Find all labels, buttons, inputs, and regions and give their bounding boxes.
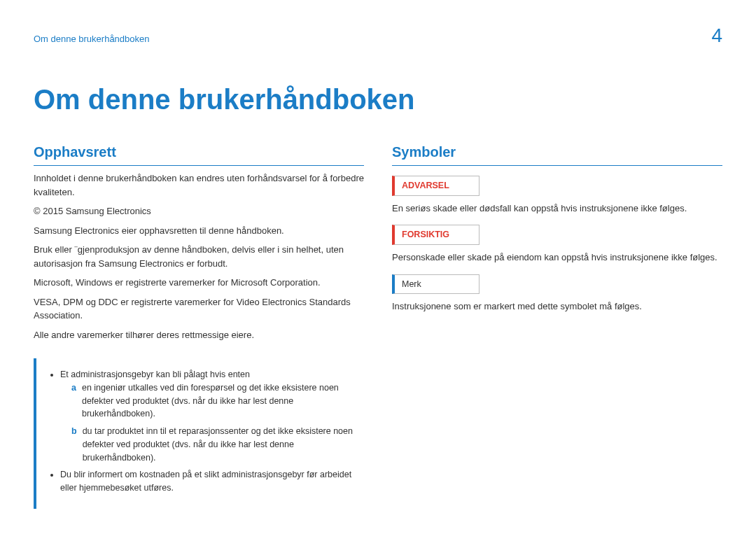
notice-list: Et administrasjonsgebyr kan bli pålagt h… bbox=[49, 368, 353, 495]
list-item: Du blir informert om kostnaden på et sli… bbox=[60, 468, 353, 495]
sublist-key: a bbox=[71, 381, 76, 421]
paragraph: Alle andre varemerker tilhører deres ret… bbox=[34, 328, 364, 342]
breadcrumb: Om denne brukerhåndboken bbox=[34, 32, 150, 46]
paragraph: Innholdet i denne brukerhåndboken kan en… bbox=[34, 171, 364, 199]
symbol-block-note: Merk Instruksjonene som er markert med d… bbox=[392, 267, 722, 314]
list-item: Et administrasjonsgebyr kan bli pålagt h… bbox=[60, 368, 353, 464]
copyright-body: Innholdet i denne brukerhåndboken kan en… bbox=[34, 171, 364, 342]
page-number: 4 bbox=[711, 21, 722, 50]
symbol-label-note: Merk bbox=[392, 274, 479, 295]
symbol-block-caution: FORSIKTIG Personskade eller skade på eie… bbox=[392, 218, 722, 264]
symbol-desc: En seriøs skade eller dødsfall kan oppst… bbox=[392, 202, 722, 216]
paragraph: Bruk eller ¨gjenproduksjon av denne hånd… bbox=[34, 243, 364, 270]
right-column: Symboler ADVARSEL En seriøs skade eller … bbox=[392, 141, 722, 509]
section-heading-copyright: Opphavsrett bbox=[34, 141, 364, 166]
chapter-title: Om denne brukerhåndboken bbox=[34, 78, 722, 120]
page: Om denne brukerhåndboken 4 Om denne bruk… bbox=[0, 0, 756, 534]
list-item: b du tar produktet inn til et reparasjon… bbox=[71, 425, 353, 464]
symbol-label-warning: ADVARSEL bbox=[392, 176, 479, 196]
paragraph: © 2015 Samsung Electronics bbox=[34, 204, 364, 218]
sublist-text: en ingeniør utkalles ved din forespørsel… bbox=[82, 381, 353, 421]
left-column: Opphavsrett Innholdet i denne brukerhånd… bbox=[34, 141, 364, 509]
paragraph: VESA, DPM og DDC er registrerte varemerk… bbox=[34, 295, 364, 323]
symbol-desc: Personskade eller skade på eiendom kan o… bbox=[392, 251, 722, 265]
sublist-text: du tar produktet inn til et reparasjonss… bbox=[83, 425, 353, 464]
list-item: a en ingeniør utkalles ved din forespørs… bbox=[71, 381, 353, 421]
sublist-key: b bbox=[71, 425, 77, 464]
symbol-block-warning: ADVARSEL En seriøs skade eller dødsfall … bbox=[392, 169, 722, 215]
paragraph: Samsung Electronics eier opphavsretten t… bbox=[34, 224, 364, 238]
notice-sublist: a en ingeniør utkalles ved din forespørs… bbox=[60, 381, 353, 465]
list-item-text: Et administrasjonsgebyr kan bli pålagt h… bbox=[60, 370, 250, 379]
paragraph: Microsoft, Windows er registrerte vareme… bbox=[34, 276, 364, 290]
page-header: Om denne brukerhåndboken 4 bbox=[34, 21, 722, 50]
content-columns: Opphavsrett Innholdet i denne brukerhånd… bbox=[34, 141, 722, 509]
section-heading-symbols: Symboler bbox=[392, 141, 722, 166]
symbol-desc: Instruksjonene som er markert med dette … bbox=[392, 300, 722, 314]
symbol-label-caution: FORSIKTIG bbox=[392, 225, 479, 245]
notice-box: Et administrasjonsgebyr kan bli pålagt h… bbox=[34, 358, 364, 509]
